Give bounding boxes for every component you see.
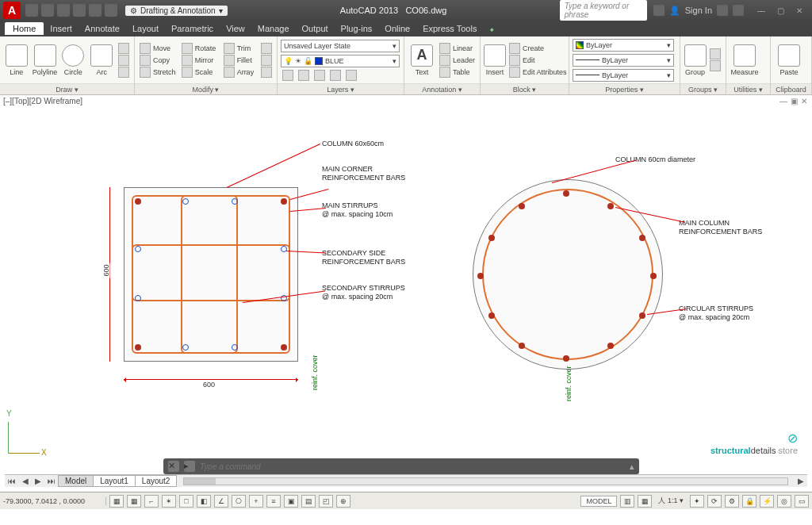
edit-block-button[interactable]: Edit bbox=[508, 55, 569, 66]
horizontal-scrollbar[interactable] bbox=[183, 477, 788, 485]
status-am[interactable]: ⊕ bbox=[336, 495, 350, 508]
tab-nav-first[interactable]: ⏮ bbox=[5, 477, 19, 485]
workspace-selector[interactable]: ⚙ Drafting & Annotation ▾ bbox=[125, 6, 228, 16]
viewport-label[interactable]: [–][Top][2D Wireframe] bbox=[3, 97, 82, 105]
panel-modify-title[interactable]: Modify ▾ bbox=[135, 83, 277, 94]
tab-online[interactable]: Online bbox=[378, 24, 416, 33]
vp-minimize-icon[interactable]: — bbox=[779, 97, 787, 105]
panel-draw-title[interactable]: Draw ▾ bbox=[0, 83, 134, 94]
tab-view[interactable]: View bbox=[220, 24, 251, 33]
vp-restore-icon[interactable]: ▣ bbox=[791, 97, 798, 105]
minimize-button[interactable]: — bbox=[752, 3, 771, 17]
sign-in-link[interactable]: Sign In bbox=[685, 6, 712, 15]
panel-annotation-title[interactable]: Annotation ▾ bbox=[404, 83, 480, 94]
status-anno-vis[interactable]: ✦ bbox=[690, 495, 704, 508]
coordinates-readout[interactable]: -79.3000, 7.0412 , 0.0000 bbox=[3, 497, 106, 505]
group-button[interactable]: Group bbox=[684, 44, 707, 76]
lineweight-combo[interactable]: ByLayer▾ bbox=[573, 54, 674, 67]
status-hardware-accel[interactable]: ⚡ bbox=[760, 495, 774, 508]
help-search-input[interactable]: Type a keyword or phrase bbox=[560, 0, 647, 21]
open-icon[interactable] bbox=[41, 4, 54, 17]
layer-tool-4[interactable] bbox=[328, 70, 343, 81]
panel-block-title[interactable]: Block ▾ bbox=[481, 83, 569, 94]
status-osnap[interactable]: □ bbox=[179, 495, 193, 508]
maximize-button[interactable]: ▢ bbox=[771, 3, 790, 17]
modify-extra-2[interactable] bbox=[259, 55, 274, 66]
tab-manage[interactable]: Manage bbox=[251, 24, 296, 33]
tab-express-tools[interactable]: Express Tools bbox=[416, 24, 483, 33]
measure-button[interactable]: Measure bbox=[730, 44, 760, 76]
paste-button[interactable]: Paste bbox=[774, 44, 804, 76]
insert-button[interactable]: Insert bbox=[484, 44, 506, 76]
line-button[interactable]: Line bbox=[3, 44, 30, 76]
chevron-up-icon[interactable]: ▴ bbox=[630, 462, 634, 472]
draw-extra-1[interactable] bbox=[117, 43, 131, 54]
status-lwt[interactable]: ≡ bbox=[266, 495, 281, 508]
stretch-button[interactable]: Stretch bbox=[138, 67, 178, 78]
arc-button[interactable]: Arc bbox=[88, 44, 115, 76]
tab-parametric[interactable]: Parametric bbox=[165, 24, 220, 33]
layer-tool-5[interactable] bbox=[344, 70, 358, 81]
panel-properties-title[interactable]: Properties ▾ bbox=[569, 83, 680, 94]
status-layout-quick[interactable]: ▥ bbox=[620, 495, 634, 508]
rotate-button[interactable]: Rotate bbox=[180, 43, 220, 54]
layer-state-combo[interactable]: Unsaved Layer State▾ bbox=[281, 40, 400, 52]
status-dyn[interactable]: + bbox=[249, 495, 263, 508]
linear-dim-button[interactable]: Linear bbox=[438, 43, 477, 54]
circle-button[interactable]: Circle bbox=[60, 44, 87, 76]
scrollbar-thumb[interactable] bbox=[184, 478, 216, 485]
app-menu-button[interactable]: A bbox=[3, 2, 21, 19]
tab-nav-next[interactable]: ▶ bbox=[32, 477, 44, 485]
array-button[interactable]: Array bbox=[222, 67, 258, 78]
layer-tool-3[interactable] bbox=[312, 70, 327, 81]
redo-icon[interactable] bbox=[89, 4, 102, 17]
tab-home[interactable]: Home bbox=[5, 22, 44, 35]
status-grid[interactable]: ▦ bbox=[127, 495, 141, 508]
scale-button[interactable]: Scale bbox=[180, 67, 220, 78]
undo-icon[interactable] bbox=[73, 4, 86, 17]
status-otrack[interactable]: ∠ bbox=[214, 495, 228, 508]
status-grid-quick[interactable]: ▦ bbox=[638, 495, 652, 508]
status-model-space[interactable]: MODEL bbox=[580, 496, 617, 507]
status-polar[interactable]: ✶ bbox=[162, 495, 176, 508]
canvas[interactable]: 600 600 reinf. cover COLUMN 60x60cm MAIN… bbox=[5, 108, 807, 476]
group-extra-1[interactable] bbox=[708, 48, 722, 59]
modify-extra-3[interactable] bbox=[259, 67, 274, 78]
group-extra-2[interactable] bbox=[708, 60, 722, 71]
user-icon[interactable]: 👤 bbox=[669, 6, 680, 16]
close-button[interactable]: ✕ bbox=[790, 3, 809, 17]
table-button[interactable]: Table bbox=[438, 67, 477, 78]
status-toolbar-lock[interactable]: 🔒 bbox=[742, 495, 756, 508]
tab-layout2[interactable]: Layout2 bbox=[135, 475, 178, 487]
exchange-icon[interactable] bbox=[717, 5, 728, 16]
move-button[interactable]: Move bbox=[138, 43, 178, 54]
layer-tool-2[interactable] bbox=[297, 70, 311, 81]
copy-button[interactable]: Copy bbox=[138, 55, 178, 66]
command-line[interactable]: ✕ ▸ ▴ bbox=[163, 458, 639, 474]
tab-layout1[interactable]: Layout1 bbox=[93, 475, 136, 487]
panel-utilities-title[interactable]: Utilities ▾ bbox=[726, 83, 770, 94]
modify-extra-1[interactable] bbox=[259, 43, 274, 54]
command-input[interactable] bbox=[200, 462, 625, 471]
status-tpy[interactable]: ▣ bbox=[284, 495, 298, 508]
close-icon[interactable]: ✕ bbox=[168, 461, 179, 472]
tab-annotate[interactable]: Annotate bbox=[79, 24, 126, 33]
status-3dosnap[interactable]: ◧ bbox=[197, 495, 211, 508]
trim-button[interactable]: Trim bbox=[222, 43, 258, 54]
tab-plugins[interactable]: Plug-ins bbox=[335, 24, 379, 33]
status-anno-scale[interactable]: 人 1:1 ▾ bbox=[655, 496, 687, 506]
status-snap[interactable]: ▦ bbox=[109, 495, 124, 508]
layer-current-combo[interactable]: 💡☀🔓BLUE ▾ bbox=[281, 55, 400, 67]
status-anno-auto[interactable]: ⟳ bbox=[707, 495, 722, 508]
new-icon[interactable] bbox=[25, 4, 38, 17]
status-sc[interactable]: ◰ bbox=[319, 495, 333, 508]
color-combo[interactable]: ByLayer▾ bbox=[573, 39, 674, 52]
draw-extra-3[interactable] bbox=[117, 67, 131, 78]
leader-button[interactable]: Leader bbox=[438, 55, 477, 66]
print-icon[interactable] bbox=[105, 4, 117, 17]
scroll-right[interactable]: ▶ bbox=[795, 477, 807, 485]
edit-attributes-button[interactable]: Edit Attributes bbox=[508, 67, 569, 78]
fillet-button[interactable]: Fillet bbox=[222, 55, 258, 66]
draw-extra-2[interactable] bbox=[117, 55, 131, 66]
tab-output[interactable]: Output bbox=[296, 24, 335, 33]
